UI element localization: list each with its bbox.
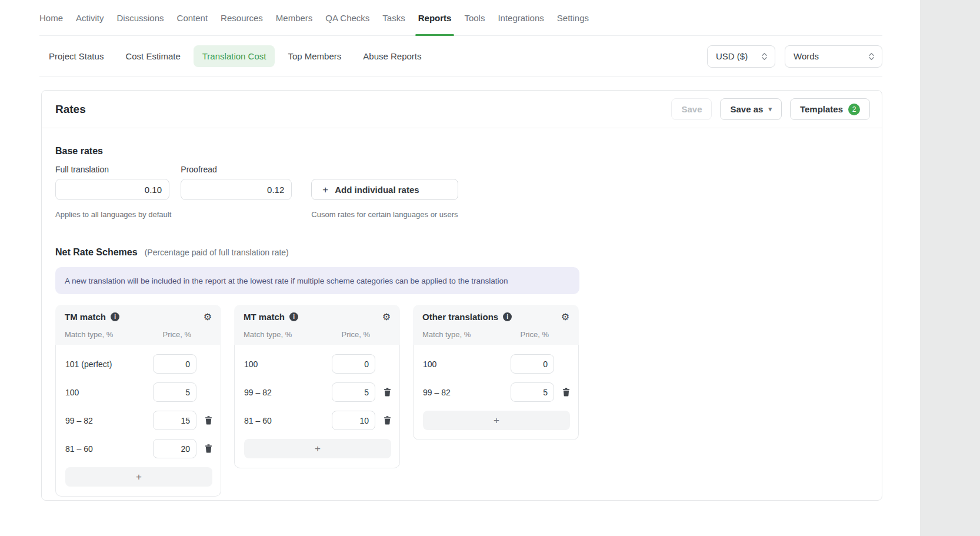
delete-row-button[interactable] [384,416,391,425]
other-translations-card-body: 100 99 – 82 [413,345,579,440]
save-button-label: Save [681,104,702,114]
tab-cost-estimate[interactable]: Cost Estimate [125,51,180,61]
mt-match-card: MT match i ⚙ Match type, % Price, % [234,305,400,468]
nav-item-settings[interactable]: Settings [557,0,589,35]
rates-panel-body: Base rates Full translation Applies to a… [42,128,882,497]
match-type-label: 99 – 82 [65,416,145,425]
table-row: 100 [423,354,570,374]
price-column-header: Price, % [152,330,196,339]
other-translations-title: Other translations [422,312,498,322]
delete-row-button[interactable] [205,444,212,453]
gear-icon[interactable]: ⚙ [561,312,569,322]
page-content: Home Activity Discussions Content Resour… [0,0,920,501]
info-icon[interactable]: i [503,312,512,321]
nav-item-integrations[interactable]: Integrations [498,0,544,35]
tm-match-card-body: 101 (perfect) 100 99 – 82 [55,345,221,497]
nav-item-resources[interactable]: Resources [221,0,263,35]
price-input[interactable] [511,382,554,402]
full-translation-input[interactable] [55,179,169,200]
plus-icon: + [322,185,328,195]
price-input[interactable] [153,382,196,402]
nav-item-activity[interactable]: Activity [76,0,104,35]
report-filters: USD ($) Words [707,45,882,68]
save-as-button-label: Save as [730,104,763,114]
mt-match-column-headers: Match type, % Price, % [244,330,391,339]
match-type-label: 81 – 60 [244,416,324,425]
match-type-label: 99 – 82 [423,388,502,397]
match-type-column-header: Match type, % [422,330,502,339]
add-scheme-row-button[interactable]: + [244,439,391,458]
nav-item-content[interactable]: Content [177,0,208,35]
price-input[interactable] [332,411,375,430]
save-button[interactable]: Save [671,98,712,120]
nav-item-reports[interactable]: Reports [418,0,452,35]
select-arrows-icon [868,52,875,61]
add-individual-rates-label: Add individual rates [335,185,419,195]
tab-top-members[interactable]: Top Members [288,51,341,61]
trash-icon [205,416,212,425]
individual-rates-column: + Add individual rates Cusom rates for c… [311,165,458,219]
tab-translation-cost[interactable]: Translation Cost [194,45,275,67]
match-type-label: 101 (perfect) [65,359,145,369]
price-input[interactable] [511,354,554,374]
lowest-rate-info-banner: A new translation will be included in th… [55,267,579,294]
add-individual-rates-hint: Cusom rates for certain languages or use… [311,210,458,219]
window-background-strip [920,0,980,536]
other-translations-card-header: Other translations i ⚙ Match type, % Pri… [413,305,579,345]
price-input[interactable] [153,354,196,374]
net-rate-schemes-section: Net Rate Schemes (Percentage paid of ful… [55,219,868,497]
price-input[interactable] [332,382,375,402]
delete-row-button[interactable] [384,388,391,397]
delete-row-button[interactable] [205,416,212,425]
rates-panel: Rates Save Save as ▾ Templates 2 Base ra… [41,90,882,501]
price-input[interactable] [332,354,375,374]
price-input[interactable] [153,439,196,458]
rates-panel-header: Rates Save Save as ▾ Templates 2 [42,91,882,128]
delete-row-button[interactable] [562,388,570,397]
nav-item-tools[interactable]: Tools [464,0,485,35]
plus-icon: + [494,415,499,427]
tm-match-card-header: TM match i ⚙ Match type, % Price, % [55,305,221,345]
proofread-field: Proofread [181,165,292,200]
add-individual-rates-button[interactable]: + Add individual rates [311,179,458,200]
report-unit-select-value: Words [794,51,819,61]
match-type-label: 100 [244,359,324,369]
currency-select[interactable]: USD ($) [707,45,775,68]
full-translation-field: Full translation Applies to all language… [55,165,171,219]
tab-abuse-reports[interactable]: Abuse Reports [363,51,421,61]
price-column-header: Price, % [331,330,375,339]
match-type-label: 100 [65,388,145,397]
nav-item-qa-checks[interactable]: QA Checks [325,0,369,35]
add-scheme-row-button[interactable]: + [65,467,212,487]
nav-item-tasks[interactable]: Tasks [382,0,405,35]
gear-icon[interactable]: ⚙ [204,312,212,322]
report-tabs: Project Status Cost Estimate Translation… [49,45,422,67]
report-unit-select[interactable]: Words [785,45,882,68]
other-translations-title-row: Other translations i ⚙ [422,312,569,322]
page-title: Rates [55,103,86,116]
save-as-button[interactable]: Save as ▾ [720,98,781,120]
caret-down-icon: ▾ [768,106,772,112]
trash-icon [205,444,212,453]
proofread-label: Proofread [181,165,292,174]
tm-match-title: TM match [65,312,106,322]
info-icon[interactable]: i [289,312,298,321]
table-row: 100 [244,354,391,374]
proofread-input[interactable] [181,179,292,200]
templates-button[interactable]: Templates 2 [790,98,870,120]
price-column-header: Price, % [510,330,554,339]
add-scheme-row-button[interactable]: + [423,411,570,430]
nav-item-home[interactable]: Home [39,0,63,35]
price-input[interactable] [153,411,196,430]
match-type-label: 99 – 82 [244,388,324,397]
nav-item-discussions[interactable]: Discussions [117,0,164,35]
tm-match-card: TM match i ⚙ Match type, % Price, % [55,305,221,497]
reports-subnav: Project Status Cost Estimate Translation… [39,36,882,77]
nav-item-reports-label: Reports [418,13,452,23]
nav-item-members[interactable]: Members [276,0,313,35]
trash-icon [384,416,391,425]
info-icon[interactable]: i [111,312,119,321]
gear-icon[interactable]: ⚙ [382,312,391,322]
tab-project-status[interactable]: Project Status [49,51,104,61]
table-row: 101 (perfect) [65,354,212,374]
